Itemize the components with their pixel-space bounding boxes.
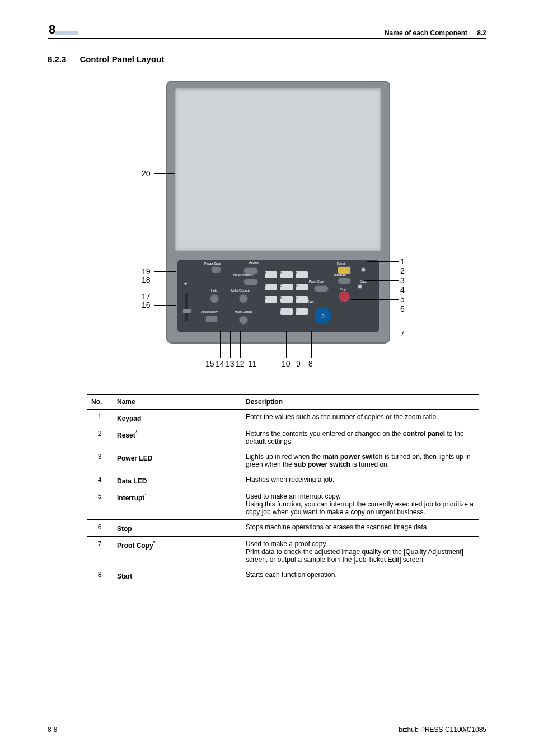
leader-9	[299, 331, 299, 358]
callout-5: 5	[400, 295, 405, 304]
leader-11	[252, 331, 252, 358]
cell-no: 5	[87, 489, 113, 520]
start-button: ◇	[315, 307, 331, 324]
callout-7: 7	[400, 329, 405, 338]
leader-19	[154, 271, 176, 272]
help-button	[210, 294, 219, 303]
key-clear: C	[296, 308, 308, 315]
cell-desc: Stops machine operations or erases the s…	[241, 520, 479, 537]
leader-8	[311, 331, 312, 358]
leader-13	[230, 331, 231, 358]
key-9: 9	[296, 296, 308, 303]
label-mode-check: Mode Check	[235, 310, 252, 313]
header-right: Name of each Component 8.2	[385, 29, 486, 37]
desc-pre: Used to make an interrupt copy. Using th…	[246, 492, 474, 516]
panel-body: Power Save Access Reset Mode Memory Proo…	[166, 81, 390, 344]
mode-memory-button	[243, 279, 258, 285]
leader-18	[154, 280, 176, 280]
label-utility: Utility/Counter	[231, 289, 251, 292]
cell-no: 7	[87, 537, 113, 567]
th-desc: Description	[241, 395, 479, 410]
desc-post: is turned on.	[350, 461, 389, 468]
label-reset: Reset	[337, 262, 345, 265]
callout-18: 18	[142, 275, 151, 284]
cell-desc: Lights up in red when the main power swi…	[241, 449, 479, 472]
section-number: 8.2.3	[48, 54, 66, 64]
data-led	[358, 284, 362, 289]
desc-bold1: control panel	[403, 430, 445, 438]
brightness-slider-track	[185, 293, 188, 321]
name-text: Keypad	[117, 415, 141, 422]
key-8: 8	[280, 296, 293, 303]
leader-17	[154, 297, 176, 297]
leader-5	[351, 299, 399, 300]
leader-16	[154, 305, 176, 306]
desc-pre: Flashes when receiving a job.	[246, 476, 334, 483]
brightness-slider-knob	[183, 309, 191, 313]
interrupt-button	[338, 278, 351, 284]
cell-desc: Enter the values such as the number of c…	[241, 410, 479, 426]
name-text: Proof Copy	[117, 542, 153, 550]
table-header-row: No. Name Description	[87, 395, 479, 410]
table-row: 3Power LEDLights up in red when the main…	[87, 449, 479, 472]
cell-name: Interrupt*	[113, 489, 241, 520]
access-button	[243, 267, 258, 274]
table-row: 4Data LEDFlashes when receiving a job.	[87, 472, 479, 489]
key-2: 2	[280, 271, 293, 278]
key-7: 7	[265, 296, 277, 303]
callout-3: 3	[400, 276, 405, 285]
label-proof-copy: Proof Copy	[309, 280, 325, 283]
callout-1: 1	[400, 257, 405, 266]
proof-copy-button	[314, 285, 329, 292]
callout-8: 8	[308, 359, 313, 368]
name-text: Stop	[117, 525, 132, 533]
leader-20	[154, 173, 175, 174]
name-text: Reset	[117, 431, 135, 439]
control-panel-figure: Power Save Access Reset Mode Memory Proo…	[127, 81, 407, 372]
callout-6: 6	[400, 304, 405, 313]
brightness-icon: ✺	[184, 282, 187, 285]
cell-name: Start	[113, 567, 241, 584]
name-text: Interrupt	[117, 494, 144, 502]
page-header: 8 Name of each Component 8.2	[48, 22, 486, 39]
cell-name: Keypad	[113, 410, 241, 426]
cell-desc: Starts each function operation.	[241, 567, 479, 584]
table-row: 8StartStarts each function operation.	[87, 567, 479, 584]
footer-page: 8-8	[48, 726, 57, 734]
callout-12: 12	[236, 359, 245, 368]
label-accessibility: Accessibility	[201, 310, 218, 313]
leader-15	[210, 331, 210, 358]
cell-name: Power LED	[113, 449, 241, 472]
leader-3	[364, 280, 399, 281]
cell-no: 2	[87, 426, 113, 449]
power-save-button	[211, 266, 221, 273]
callout-17: 17	[142, 292, 151, 301]
callout-13: 13	[226, 359, 235, 368]
key-1: 1	[265, 271, 277, 278]
leader-10	[286, 331, 287, 358]
cell-desc: Used to make a proof copy. Print data to…	[241, 537, 479, 567]
name-star: *	[144, 492, 147, 499]
stop-button	[339, 291, 350, 302]
callout-16: 16	[142, 300, 151, 309]
chapter-number: 8	[48, 22, 78, 37]
footer-model: bizhub PRESS C1100/C1085	[399, 726, 486, 734]
section-title: Control Panel Layout	[79, 54, 164, 64]
cell-no: 6	[87, 520, 113, 537]
name-text: Start	[117, 572, 132, 580]
callout-11: 11	[248, 359, 257, 368]
cell-no: 3	[87, 449, 113, 472]
th-name: Name	[113, 395, 241, 410]
button-area: Power Save Access Reset Mode Memory Proo…	[177, 260, 379, 332]
header-title: Name of each Component	[385, 29, 467, 37]
component-table: No. Name Description 1KeypadEnter the va…	[87, 394, 479, 584]
page-footer: 8-8 bizhub PRESS C1100/C1085	[48, 722, 486, 734]
th-no: No.	[87, 395, 113, 410]
desc-pre: Stops machine operations or erases the s…	[246, 523, 429, 531]
label-help: Help	[211, 289, 217, 292]
key-3: 3	[296, 271, 308, 278]
callout-4: 4	[400, 285, 405, 294]
leader-12	[240, 331, 241, 358]
cell-name: Proof Copy*	[113, 537, 241, 567]
key-0: 0	[280, 308, 293, 315]
